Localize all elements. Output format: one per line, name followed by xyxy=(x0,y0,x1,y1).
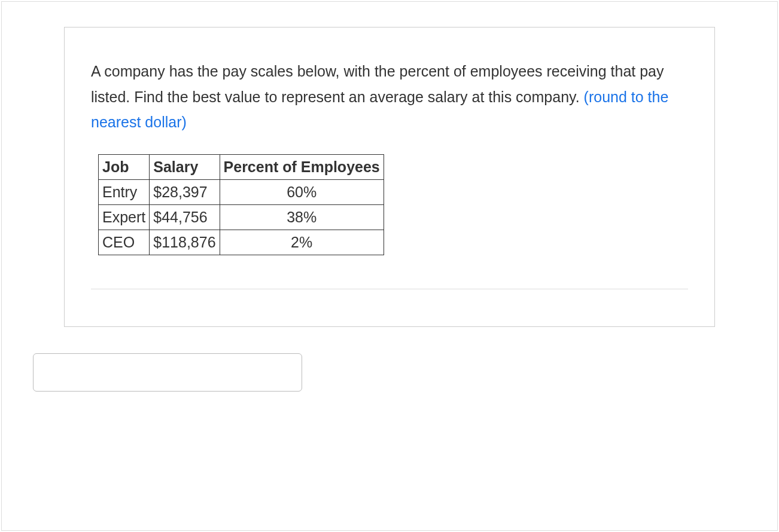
page-container: A company has the pay scales below, with… xyxy=(1,1,778,531)
table-header-row: Job Salary Percent of Employees xyxy=(99,154,384,179)
cell-percent: 60% xyxy=(220,179,384,204)
header-salary: Salary xyxy=(150,154,220,179)
answer-input[interactable] xyxy=(33,353,302,392)
question-body: A company has the pay scales below, with… xyxy=(91,63,664,105)
cell-percent: 2% xyxy=(220,230,384,255)
header-job: Job xyxy=(99,154,150,179)
question-text: A company has the pay scales below, with… xyxy=(91,59,688,135)
table-row: Expert $44,756 38% xyxy=(99,204,384,230)
cell-percent: 38% xyxy=(220,204,384,230)
cell-job: CEO xyxy=(99,230,150,255)
cell-salary: $118,876 xyxy=(150,230,220,255)
pay-scale-table: Job Salary Percent of Employees Entry $2… xyxy=(98,154,384,255)
cell-job: Entry xyxy=(99,179,150,204)
header-percent: Percent of Employees xyxy=(220,154,384,179)
cell-salary: $28,397 xyxy=(150,179,220,204)
spacer xyxy=(91,289,688,326)
question-box: A company has the pay scales below, with… xyxy=(64,27,715,327)
table-row: CEO $118,876 2% xyxy=(99,230,384,255)
cell-job: Expert xyxy=(99,204,150,230)
table-row: Entry $28,397 60% xyxy=(99,179,384,204)
cell-salary: $44,756 xyxy=(150,204,220,230)
